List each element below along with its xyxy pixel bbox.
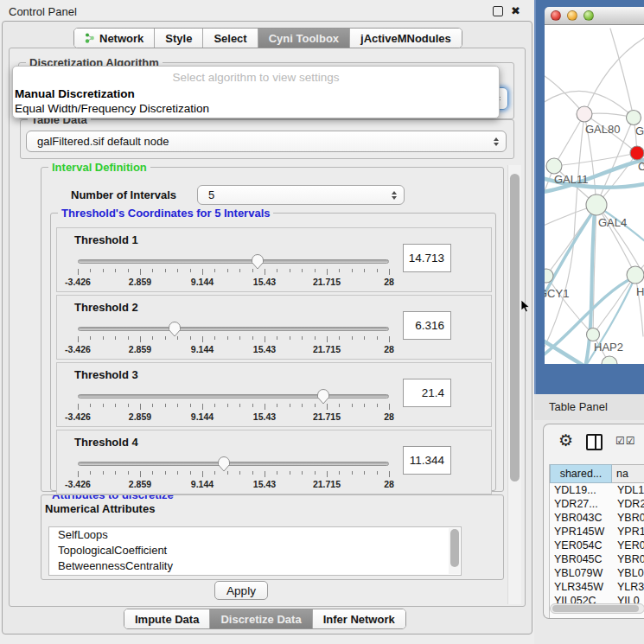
- tick-label: 28: [384, 277, 394, 287]
- table-hscrollbar-thumb[interactable]: [552, 605, 639, 612]
- tick-mark: [202, 471, 203, 477]
- tick-mark: [152, 269, 153, 272]
- apply-button[interactable]: Apply: [214, 581, 268, 600]
- tab-network[interactable]: Network: [74, 29, 154, 48]
- slider-thumb[interactable]: [316, 388, 330, 405]
- column-header-shared-name[interactable]: shared...: [550, 464, 612, 483]
- threshold-slider[interactable]: -3.4262.8599.14415.4321.71528: [78, 387, 389, 424]
- attribute-list-item[interactable]: BetweennessCentrality: [49, 558, 461, 574]
- tick-mark: [252, 336, 253, 340]
- slider-thumb[interactable]: [251, 253, 265, 270]
- table-data-combo[interactable]: galFiltered.sif default node: [26, 131, 507, 152]
- cell-name: YLR3: [612, 581, 644, 593]
- select-columns-icon[interactable]: ☑☑: [615, 435, 636, 447]
- tick-label: 9.144: [191, 344, 214, 354]
- tick-mark: [152, 336, 153, 340]
- cell-name: YER0: [612, 539, 644, 552]
- tick-mark: [214, 269, 215, 272]
- table-row[interactable]: YER054CYER0: [550, 539, 644, 552]
- slider-thumb[interactable]: [217, 456, 231, 472]
- tab-jactivemnodules[interactable]: jActiveMNodules: [349, 29, 462, 48]
- network-window-titlebar[interactable]: [545, 7, 644, 25]
- threshold-slider[interactable]: -3.4262.8599.14415.4321.71528: [78, 320, 389, 356]
- list-scrollbar[interactable]: [449, 528, 460, 574]
- slider-thumb[interactable]: [168, 321, 182, 337]
- float-window-icon[interactable]: [493, 6, 503, 16]
- table-panel-titlebar: Table Panel: [534, 394, 644, 420]
- list-scrollbar-thumb[interactable]: [450, 529, 459, 567]
- tab-cyni-toolbox[interactable]: Cyni Toolbox: [258, 29, 349, 48]
- algorithm-option[interactable]: Equal Width/Frequency Discretization: [13, 101, 499, 116]
- threshold-value-field[interactable]: 11.344: [403, 446, 451, 475]
- main-scrollbar-thumb[interactable]: [510, 174, 520, 481]
- attribute-list-item[interactable]: SelfLoops: [49, 527, 461, 543]
- tick-mark: [78, 269, 79, 275]
- table-hscrollbar[interactable]: [550, 603, 644, 614]
- tick-mark: [190, 269, 191, 272]
- threshold-value-field[interactable]: 6.316: [403, 311, 451, 340]
- network-node[interactable]: [627, 111, 641, 125]
- network-canvas[interactable]: GAL80GACGAL11GAL4GCY1HHAP2: [545, 25, 644, 364]
- algorithm-option[interactable]: Manual Discretization: [13, 86, 499, 101]
- tab-select[interactable]: Select: [202, 29, 257, 48]
- top-tab-bar: NetworkStyleSelectCyni ToolboxjActiveMNo…: [73, 28, 462, 48]
- num-intervals-combo[interactable]: 5: [197, 185, 405, 205]
- close-traffic-light-icon[interactable]: [551, 10, 561, 21]
- minimize-traffic-light-icon[interactable]: [567, 10, 577, 21]
- tick-mark: [103, 269, 104, 272]
- table-row[interactable]: YPR145WYPR1: [550, 525, 644, 539]
- slider-track[interactable]: [78, 394, 389, 399]
- slider-track[interactable]: [78, 327, 389, 331]
- tick-mark: [165, 404, 166, 407]
- network-node[interactable]: [577, 106, 592, 122]
- tick-mark: [90, 471, 91, 475]
- tick-label: 28: [384, 479, 394, 489]
- network-window[interactable]: GAL80GACGAL11GAL4GCY1HHAP2: [545, 7, 644, 363]
- threshold-slider[interactable]: -3.4262.8599.14415.4321.71528: [78, 455, 389, 491]
- tick-mark: [140, 269, 141, 275]
- tick-mark: [165, 269, 166, 272]
- table-row[interactable]: YBL079WYBL0: [550, 566, 644, 580]
- tick-label: 15.43: [253, 344, 276, 354]
- table-row[interactable]: YDR27...YDR2: [550, 497, 644, 511]
- cell-shared-name: YPR145W: [550, 526, 612, 538]
- table-row[interactable]: YBR045CYBR0: [550, 552, 644, 566]
- tab-infer-network[interactable]: Infer Network: [312, 609, 405, 628]
- tick-label: 9.144: [191, 479, 214, 489]
- network-node[interactable]: [627, 266, 644, 284]
- tick-mark: [315, 471, 316, 475]
- table-row[interactable]: YLR345WYLR3: [550, 580, 644, 594]
- slider-track[interactable]: [78, 259, 389, 264]
- tick-mark: [177, 471, 178, 475]
- attribute-list-item[interactable]: TopologicalCoefficient: [49, 543, 461, 558]
- close-panel-icon[interactable]: ✖: [511, 5, 520, 16]
- network-node[interactable]: [602, 356, 617, 364]
- main-scrollbar[interactable]: [507, 165, 521, 604]
- table-row[interactable]: YDL19...YDL1: [550, 483, 644, 497]
- slider-track[interactable]: [78, 462, 389, 466]
- tab-label: Discretize Data: [220, 613, 301, 626]
- tab-discretize-data[interactable]: Discretize Data: [209, 609, 311, 628]
- tick-mark: [339, 336, 340, 340]
- tick-mark: [115, 269, 116, 272]
- numerical-attributes-list[interactable]: SelfLoopsTopologicalCoefficientBetweenne…: [48, 526, 462, 576]
- threshold-value-field[interactable]: 21.4: [403, 379, 451, 407]
- node-label: GA: [635, 124, 644, 137]
- table-row[interactable]: YBR043CYBR0: [550, 511, 644, 525]
- network-node[interactable]: [586, 194, 607, 215]
- network-node[interactable]: [630, 146, 644, 160]
- network-node[interactable]: [587, 328, 600, 341]
- split-columns-icon[interactable]: [586, 434, 603, 450]
- tab-style[interactable]: Style: [154, 29, 202, 48]
- gear-icon[interactable]: ⚙: [558, 431, 573, 449]
- network-node[interactable]: [546, 158, 562, 174]
- threshold-slider[interactable]: -3.4262.8599.14415.4321.71528: [78, 252, 389, 289]
- threshold-label: Threshold 4: [74, 436, 138, 449]
- threshold-value-field[interactable]: 14.713: [403, 244, 451, 272]
- tab-impute-data[interactable]: Impute Data: [124, 609, 209, 628]
- column-header-name[interactable]: na: [612, 464, 644, 483]
- tick-mark: [202, 269, 203, 275]
- tick-label: 9.144: [191, 277, 214, 287]
- network-edge: [635, 275, 643, 336]
- zoom-traffic-light-icon[interactable]: [583, 10, 594, 21]
